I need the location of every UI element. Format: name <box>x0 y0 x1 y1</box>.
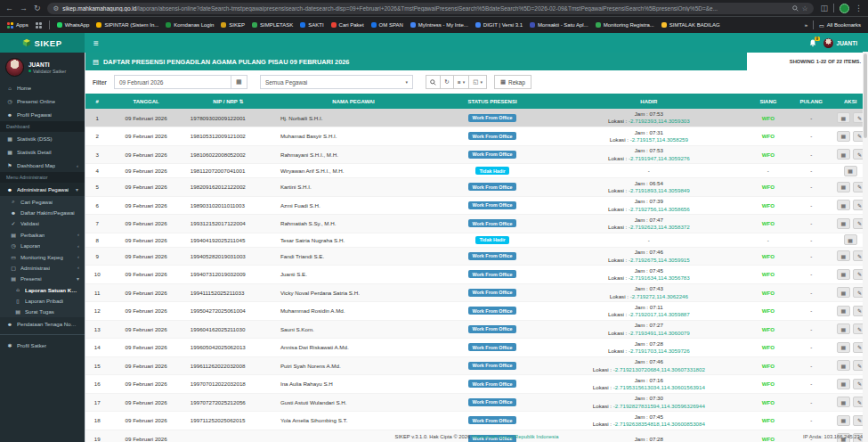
zoom-icon[interactable] <box>792 5 799 12</box>
detail-button[interactable]: ▦ <box>837 149 850 160</box>
user-menu[interactable]: JUANTI <box>823 38 857 48</box>
detail-button[interactable]: ▦ <box>837 306 850 316</box>
ma-link[interactable]: Mahkamah Agung Republik Indonesia <box>472 434 559 439</box>
detail-button[interactable]: ▦ <box>837 360 850 371</box>
sidebar-item-administrasi[interactable]: ▢Administrasi‹ <box>0 262 85 273</box>
sidebar-item-perbaikan[interactable]: ▤Perbaikan‹ <box>0 229 85 240</box>
sidebar-item-profil-satker[interactable]: ✱Profil Satker <box>0 339 85 352</box>
location-link[interactable]: -2.719272,114.3062246 <box>630 293 688 299</box>
url-bar[interactable]: ⚙ sikep.mahkamahagung.go.id/laporan/abse… <box>47 3 815 14</box>
sidebar-item-home[interactable]: ⌂Home <box>0 81 85 94</box>
bookmark-item[interactable]: Cari Paket <box>331 22 364 28</box>
all-bookmarks-button[interactable]: ▭ All Bookmarks <box>819 22 861 29</box>
location-link[interactable]: -2.7192827831594,114.30596326944 <box>613 403 705 409</box>
sidebar-item-daftar-hakim-pegawai[interactable]: ☻Daftar Hakim/Pegawai <box>0 207 85 217</box>
location-link[interactable]: -2.7192623,114.3058372 <box>629 224 690 230</box>
bookmark-item[interactable]: SAKTI <box>300 22 323 28</box>
sidebar-item-laporan[interactable]: ◷Laporan‹ <box>0 241 85 251</box>
sidebar-item-laporan-satuan-kerja[interactable]: ⌂Laporan Satuan Kerja <box>0 284 85 295</box>
location-link[interactable]: -2.7191893,114.3059849 <box>629 187 690 193</box>
detail-button[interactable]: ▦ <box>837 287 850 298</box>
date-input[interactable]: 09 Februari 2026 <box>115 76 231 88</box>
apps-launcher[interactable] <box>36 22 42 29</box>
detail-button[interactable]: ▦ <box>837 415 850 426</box>
back-icon[interactable]: ← <box>5 4 13 12</box>
detail-button[interactable]: ▦ <box>837 218 850 229</box>
location-link[interactable]: -2.7192393,114.3059303 <box>629 118 690 124</box>
notifications-button[interactable]: 9 <box>809 39 816 47</box>
location-link[interactable]: -2.7192130720684,114.30607331802 <box>613 366 705 372</box>
sidebar-item-dashboard-map[interactable]: ⚑Dashboard Map‹ <box>0 159 85 172</box>
sidebar-item-statistik-detail[interactable]: ▦Statistik Detail <box>0 145 85 159</box>
sidebar-item-presensi-online[interactable]: ◷Presensi Online <box>0 94 85 108</box>
employee-select[interactable]: Semua Pegawai ▾ <box>260 75 413 89</box>
browser-profile-avatar[interactable] <box>840 4 849 13</box>
columns-dropdown-button[interactable]: ≡▾ <box>453 75 469 89</box>
rekap-button[interactable]: ▦ Rekap <box>494 75 531 89</box>
search-button[interactable] <box>426 75 441 89</box>
sidebar-item-administrasi-pegawai[interactable]: ☻Administrasi Pegawai▾ <box>0 183 85 196</box>
detail-button[interactable]: ▦ <box>837 323 850 334</box>
calendar-picker-button[interactable]: ▦ <box>231 76 247 88</box>
location-link[interactable]: -2.7192756,114.3058656 <box>629 206 690 212</box>
location-link[interactable]: -2.719157,114.3058259 <box>630 136 688 143</box>
detail-button[interactable]: ▦ <box>837 342 850 353</box>
bookmarks-overflow-chevron[interactable]: » <box>805 22 807 28</box>
location-link[interactable]: -2.7191947,114.3059276 <box>629 155 690 161</box>
location-link[interactable]: -2.7195315613034,114.30601563914 <box>613 384 705 390</box>
reload-icon[interactable]: ↻ <box>34 4 41 12</box>
sidebar-item-cari-pegawai[interactable]: ⌕Cari Pegawai <box>0 196 85 207</box>
column-header-pulang[interactable]: PULANG <box>790 94 832 109</box>
sidebar-item-validasi[interactable]: ✓Validasi <box>0 218 85 229</box>
bookmark-item[interactable]: MyIntress - My Inte... <box>410 22 468 28</box>
sidebar-item-profil-pegawai[interactable]: ☻Profil Pegawai <box>0 108 85 121</box>
bookmark-item[interactable]: SIPINTAR (Sistem In... <box>96 22 158 28</box>
bookmark-item[interactable]: SIMTALAK BADILAG <box>661 22 720 28</box>
location-link[interactable]: -2.7191703,114.3059726 <box>629 348 690 354</box>
column-header-status-presensi[interactable]: STATUS PRESENSI <box>434 94 551 109</box>
bookmark-item[interactable]: Monsakti - Satu Apl... <box>530 22 588 28</box>
apps-shortcut[interactable]: Apps <box>7 22 28 29</box>
column-header-tanggal[interactable]: TANGGAL <box>109 94 183 109</box>
column-header-nip-nrp[interactable]: NIP / NRP ⇅ <box>183 94 273 109</box>
column-header-nama-pegawai[interactable]: NAMA PEGAWAI <box>273 94 434 109</box>
location-link[interactable]: -2.7192638354818,114.30600853084 <box>613 421 705 427</box>
column-header-hadir[interactable]: HADIR <box>551 94 747 109</box>
location-link[interactable]: -2.7193491,114.3060079 <box>629 330 690 336</box>
location-link[interactable]: -2.7192017,114.3059887 <box>629 311 690 317</box>
side-panel-icon[interactable]: ◫ <box>820 4 828 12</box>
detail-button[interactable]: ▦ <box>837 379 850 389</box>
sidebar-item-laporan-pribadi[interactable]: ▯Laporan Pribadi <box>0 295 85 306</box>
page-scrollbar[interactable] <box>863 52 868 442</box>
detail-button[interactable]: ▦ <box>837 200 850 210</box>
detail-button[interactable]: ▦ <box>837 269 850 280</box>
export-dropdown-button[interactable]: ◱▾ <box>468 75 487 89</box>
bookmark-item[interactable]: OM SPAN <box>371 22 403 28</box>
bookmark-star-icon[interactable]: ☆ <box>802 4 808 12</box>
detail-button[interactable]: ▦ <box>844 234 857 245</box>
forward-icon[interactable]: → <box>20 4 28 12</box>
column-header-siang[interactable]: SIANG <box>747 94 790 109</box>
refresh-button[interactable]: ↻ <box>440 75 454 89</box>
bookmark-item[interactable]: Monitoring Registra... <box>596 22 654 28</box>
location-link[interactable]: -2.7191634,114.3056783 <box>629 274 690 281</box>
detail-button[interactable]: ▦ <box>837 182 850 192</box>
detail-button[interactable]: ▦ <box>837 131 850 142</box>
bookmark-item[interactable]: SIMPLETASK <box>252 22 293 28</box>
bookmark-item[interactable]: DIGIT | Versi 3.1 <box>475 22 523 28</box>
detail-button[interactable]: ▦ <box>837 112 850 123</box>
sidebar-item-statistik-dss-[interactable]: ▦Statistik (DSS) <box>0 132 85 145</box>
browser-menu-icon[interactable]: ⋮ <box>855 4 863 12</box>
column-header--[interactable]: # <box>85 94 109 109</box>
sort-icon[interactable]: ⇅ <box>238 99 244 104</box>
sidebar-item-monitoring-kepeg[interactable]: ▭Monitoring Kepeg‹ <box>0 251 85 262</box>
sidebar-item-presensi[interactable]: ▤Presensi▾ <box>0 274 85 284</box>
sidebar-item-pendataan-tenaga-non-asn[interactable]: ☻Pendataan Tenaga Non ASN <box>0 317 85 331</box>
sidebar-item-surat-tugas[interactable]: ▤Surat Tugas <box>0 307 85 317</box>
detail-button[interactable]: ▦ <box>837 397 850 407</box>
detail-button[interactable]: ▦ <box>844 166 857 176</box>
bookmark-item[interactable]: WhatsApp <box>57 22 90 28</box>
app-logo[interactable]: SIKEP <box>0 33 85 53</box>
bookmark-item[interactable]: Komdanas Login <box>166 22 214 28</box>
site-info-icon[interactable]: ⚙ <box>53 4 60 12</box>
